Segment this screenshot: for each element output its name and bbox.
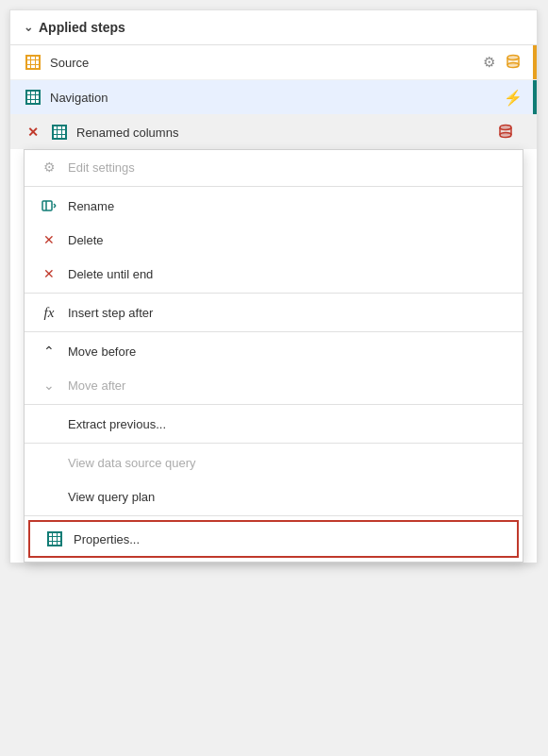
panel-header: ⌄ Applied steps xyxy=(10,10,537,45)
menu-rename[interactable]: Rename xyxy=(25,189,523,223)
step-navigation[interactable]: Navigation ⚡ xyxy=(10,80,537,115)
navigation-label: Navigation xyxy=(50,91,495,105)
svg-line-17 xyxy=(54,206,56,208)
source-label: Source xyxy=(50,56,471,70)
view-query-plan-label: View query plan xyxy=(68,490,155,504)
menu-edit-settings[interactable]: ⚙ Edit settings xyxy=(25,150,523,184)
menu-properties[interactable]: Properties... xyxy=(28,520,519,558)
extract-previous-label: Extract previous... xyxy=(68,417,166,431)
delete-until-end-label: Delete until end xyxy=(68,267,153,281)
menu-delete[interactable]: ✕ Delete xyxy=(25,223,523,257)
view-query-plan-icon xyxy=(40,487,58,506)
svg-line-16 xyxy=(54,204,56,206)
steps-list: Source ⚙ xyxy=(10,45,537,563)
source-cylinder-icon[interactable] xyxy=(503,52,523,73)
view-data-source-label: View data source query xyxy=(68,456,196,470)
navigation-accent xyxy=(533,80,537,114)
navigation-actions: ⚡ xyxy=(503,87,523,108)
properties-label: Properties... xyxy=(74,532,140,546)
renamed-actions xyxy=(495,122,516,143)
source-accent xyxy=(533,45,537,79)
separator-3 xyxy=(25,331,523,332)
source-gear-icon[interactable]: ⚙ xyxy=(478,52,499,73)
step-renamed-row[interactable]: ✕ Renamed columns xyxy=(10,115,537,149)
source-icon xyxy=(24,53,42,72)
properties-icon xyxy=(45,529,64,548)
separator-4 xyxy=(25,404,523,405)
navigation-icon xyxy=(24,88,42,107)
menu-extract-previous[interactable]: Extract previous... xyxy=(25,407,523,441)
move-before-label: Move before xyxy=(68,344,136,359)
source-actions: ⚙ xyxy=(478,52,523,73)
menu-view-data-source-query[interactable]: View data source query xyxy=(25,445,523,479)
renamed-icon xyxy=(50,123,69,142)
context-menu: ⚙ Edit settings Rename xyxy=(24,149,523,563)
panel-title: Applied steps xyxy=(39,20,125,35)
menu-delete-until-end[interactable]: ✕ Delete until end xyxy=(25,257,523,291)
delete-until-end-icon: ✕ xyxy=(40,264,58,283)
view-data-source-icon xyxy=(40,453,58,472)
move-after-label: Move after xyxy=(68,378,125,393)
insert-step-icon: fx xyxy=(40,303,58,322)
close-icon[interactable]: ✕ xyxy=(24,123,42,142)
step-renamed-container: ✕ Renamed columns xyxy=(10,115,537,563)
menu-insert-step-after[interactable]: fx Insert step after xyxy=(25,295,523,329)
collapse-icon[interactable]: ⌄ xyxy=(24,21,33,34)
separator-6 xyxy=(25,515,523,516)
step-source[interactable]: Source ⚙ xyxy=(10,45,537,80)
menu-view-query-plan[interactable]: View query plan xyxy=(25,479,523,513)
edit-settings-label: Edit settings xyxy=(68,160,135,175)
insert-step-label: Insert step after xyxy=(68,306,153,320)
move-after-icon: ⌄ xyxy=(40,376,58,395)
extract-previous-icon xyxy=(40,414,58,433)
menu-move-before[interactable]: ⌃ Move before xyxy=(25,334,523,368)
edit-settings-icon: ⚙ xyxy=(40,158,58,176)
svg-rect-14 xyxy=(42,201,52,210)
renamed-cylinder-icon[interactable] xyxy=(495,122,516,143)
navigation-lightning-icon[interactable]: ⚡ xyxy=(503,87,523,108)
separator-2 xyxy=(25,293,523,294)
delete-label: Delete xyxy=(68,233,104,247)
renamed-label: Renamed columns xyxy=(76,126,488,140)
applied-steps-panel: ⌄ Applied steps Source ⚙ xyxy=(9,9,538,563)
delete-icon: ✕ xyxy=(40,230,58,249)
rename-icon xyxy=(40,196,58,215)
move-before-icon: ⌃ xyxy=(40,342,58,361)
separator-5 xyxy=(25,443,523,444)
separator-1 xyxy=(25,186,523,187)
menu-move-after[interactable]: ⌄ Move after xyxy=(25,368,523,402)
rename-label: Rename xyxy=(68,199,114,213)
